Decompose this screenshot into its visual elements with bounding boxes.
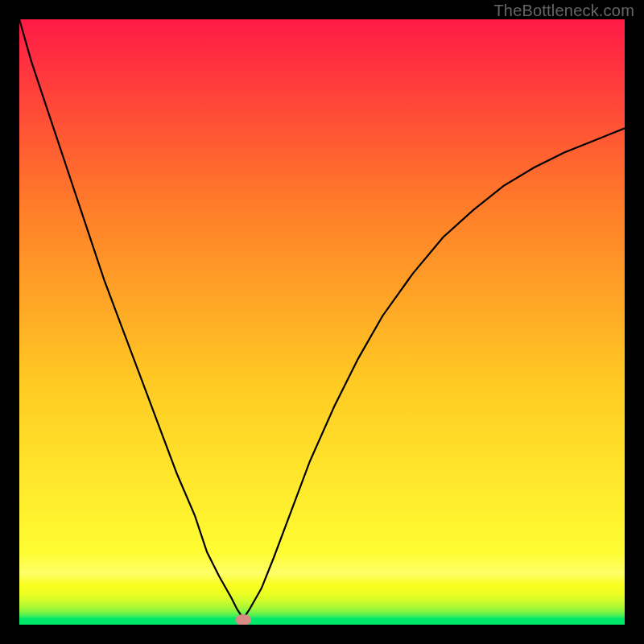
watermark-text: TheBottleneck.com — [493, 2, 634, 20]
chart-background-gradient — [19, 19, 625, 625]
bottleneck-chart — [19, 19, 625, 625]
chart-frame — [19, 19, 625, 625]
